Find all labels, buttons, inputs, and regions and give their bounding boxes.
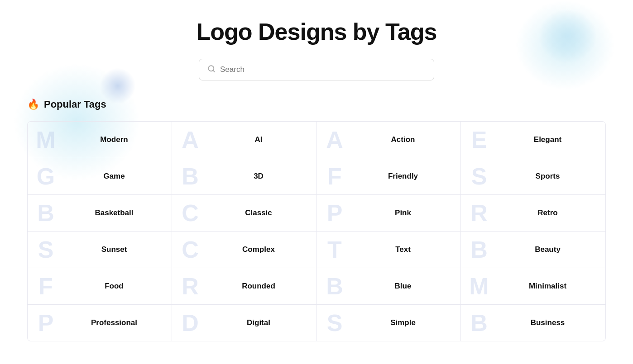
tag-label: Action xyxy=(353,135,460,144)
tag-letter: A xyxy=(172,122,208,158)
tag-label: Beauty xyxy=(497,245,605,254)
tag-letter: D xyxy=(172,305,208,341)
tag-letter: S xyxy=(461,158,497,194)
tag-letter: R xyxy=(172,268,208,304)
tag-label: Game xyxy=(64,172,172,181)
tag-letter: B xyxy=(461,232,497,268)
tag-letter: S xyxy=(28,232,64,268)
tag-letter: M xyxy=(461,268,497,304)
tag-label: Modern xyxy=(64,135,172,144)
tag-cell[interactable]: RRounded xyxy=(172,268,316,305)
tag-letter: M xyxy=(28,122,64,158)
tag-cell[interactable]: PProfessional xyxy=(28,305,172,341)
tag-letter: C xyxy=(172,195,208,231)
tag-cell[interactable]: SSunset xyxy=(28,232,172,268)
tag-cell[interactable]: AAI xyxy=(172,122,316,158)
tag-cell[interactable]: CClassic xyxy=(172,195,316,232)
tag-label: Friendly xyxy=(353,172,460,181)
tag-letter: E xyxy=(461,122,497,158)
tag-label: Retro xyxy=(497,208,605,217)
tag-cell[interactable]: BBusiness xyxy=(461,305,605,341)
tag-label: Professional xyxy=(64,318,172,327)
tag-cell[interactable]: TText xyxy=(316,232,461,268)
tag-letter: B xyxy=(316,268,353,304)
tag-cell[interactable]: DDigital xyxy=(172,305,316,341)
tag-letter: F xyxy=(28,268,64,304)
tag-letter: T xyxy=(316,232,353,268)
tag-letter: C xyxy=(172,232,208,268)
tag-letter: B xyxy=(172,158,208,194)
tag-label: Sunset xyxy=(64,245,172,254)
tag-cell[interactable]: PPink xyxy=(316,195,461,232)
page-title: Logo Designs by Tags xyxy=(27,18,606,45)
tag-letter: S xyxy=(316,305,353,341)
tag-label: Business xyxy=(497,318,605,327)
tag-label: Simple xyxy=(353,318,460,327)
tag-letter: A xyxy=(316,122,353,158)
tag-cell[interactable]: FFriendly xyxy=(316,158,461,195)
popular-tags-title: Popular Tags xyxy=(44,99,106,110)
tag-cell[interactable]: BBlue xyxy=(316,268,461,305)
tag-cell[interactable]: MMinimalist xyxy=(461,268,605,305)
tag-cell[interactable]: BBasketball xyxy=(28,195,172,232)
tag-cell[interactable]: SSports xyxy=(461,158,605,195)
tag-cell[interactable]: RRetro xyxy=(461,195,605,232)
tag-cell[interactable]: BBeauty xyxy=(461,232,605,268)
tag-label: Text xyxy=(353,245,460,254)
tag-letter: F xyxy=(316,158,353,194)
tag-label: Basketball xyxy=(64,208,172,217)
tag-letter: R xyxy=(461,195,497,231)
tag-letter: P xyxy=(316,195,353,231)
tag-label: 3D xyxy=(208,172,316,181)
tag-cell[interactable]: AAction xyxy=(316,122,461,158)
tag-label: Complex xyxy=(208,245,316,254)
tags-grid: MModernAAIAActionEElegantGGameB3DFFriend… xyxy=(27,121,606,341)
tag-label: Food xyxy=(64,282,172,291)
tag-label: Elegant xyxy=(497,135,605,144)
fire-icon: 🔥 xyxy=(27,99,39,110)
search-input[interactable] xyxy=(220,65,426,74)
tag-letter: B xyxy=(461,305,497,341)
tag-cell[interactable]: GGame xyxy=(28,158,172,195)
tag-letter: B xyxy=(28,195,64,231)
tag-label: Pink xyxy=(353,208,460,217)
tag-cell[interactable]: EElegant xyxy=(461,122,605,158)
tag-label: Rounded xyxy=(208,282,316,291)
tag-label: Classic xyxy=(208,208,316,217)
tag-letter: G xyxy=(28,158,64,194)
tag-cell[interactable]: CComplex xyxy=(172,232,316,268)
tag-letter: P xyxy=(28,305,64,341)
tag-label: Digital xyxy=(208,318,316,327)
tag-label: Blue xyxy=(353,282,460,291)
tag-label: Minimalist xyxy=(497,282,605,291)
search-icon xyxy=(207,65,216,75)
tag-cell[interactable]: B3D xyxy=(172,158,316,195)
tag-cell[interactable]: SSimple xyxy=(316,305,461,341)
tag-label: AI xyxy=(208,135,316,144)
tag-cell[interactable]: MModern xyxy=(28,122,172,158)
svg-line-1 xyxy=(213,70,214,71)
tag-label: Sports xyxy=(497,172,605,181)
tag-cell[interactable]: FFood xyxy=(28,268,172,305)
search-box xyxy=(199,59,434,80)
